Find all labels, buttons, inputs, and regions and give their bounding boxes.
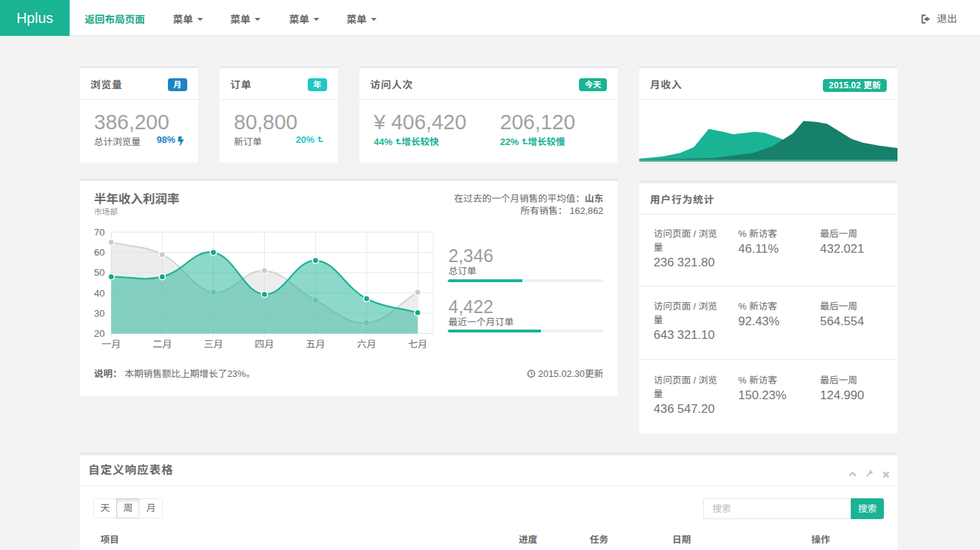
svg-text:70: 70 bbox=[94, 226, 105, 237]
svg-text:60: 60 bbox=[94, 247, 105, 258]
svg-text:三月: 三月 bbox=[204, 339, 223, 350]
svg-text:20: 20 bbox=[94, 328, 105, 339]
svg-text:七月: 七月 bbox=[408, 339, 428, 350]
svg-text:二月: 二月 bbox=[153, 339, 172, 350]
svg-text:50: 50 bbox=[94, 267, 105, 278]
svg-text:五月: 五月 bbox=[306, 339, 325, 350]
svg-text:一月: 一月 bbox=[102, 339, 121, 350]
svg-text:40: 40 bbox=[94, 287, 105, 298]
svg-text:四月: 四月 bbox=[255, 339, 274, 350]
svg-text:六月: 六月 bbox=[357, 339, 377, 350]
svg-text:30: 30 bbox=[94, 307, 105, 318]
